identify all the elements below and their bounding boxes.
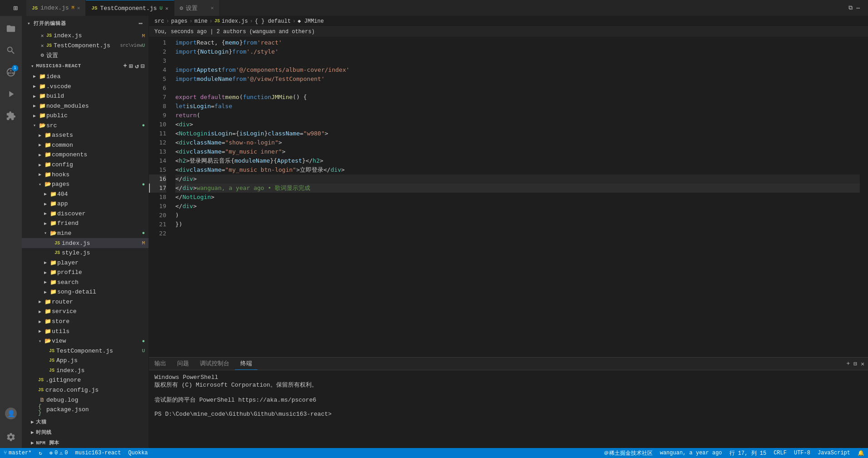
status-sync[interactable]: ↻ [35, 448, 45, 458]
status-attribution: ＠稀土掘金技术社区 [600, 448, 656, 458]
label-vscode: .vscode [46, 83, 149, 90]
tree-item-gitignore[interactable]: JS .gitignore [22, 375, 149, 385]
activity-extensions[interactable] [0, 105, 22, 127]
tab-index-js[interactable]: JS index.js M ✕ [26, 0, 86, 16]
npm-scripts-header[interactable]: ▶ NPM 脚本 [22, 438, 149, 448]
tree-item-assets[interactable]: ▶ 📁 assets [22, 130, 149, 140]
status-branch[interactable]: ⑂ master* [0, 448, 35, 458]
tree-item-mine[interactable]: ▾ 📂 mine ● [22, 229, 149, 239]
activity-avatar[interactable]: 👤 [0, 403, 22, 424]
split-editor-icon[interactable]: ⧉ [848, 5, 853, 11]
tree-item-store[interactable]: ▶ 📁 store [22, 317, 149, 327]
new-folder-icon[interactable]: ⊞ [129, 62, 133, 70]
tree-item-craco[interactable]: JS craco.config.js [22, 385, 149, 395]
terminal-tab-problems[interactable]: 问题 [172, 358, 194, 370]
tab-test-component[interactable]: JS TestComponent.js U ✕ [86, 0, 174, 16]
tree-item-index-view[interactable]: JS index.js [22, 366, 149, 376]
activity-run[interactable] [0, 83, 22, 105]
breadcrumb-indexjs[interactable]: index.js [222, 18, 248, 25]
activity-explorer[interactable] [0, 18, 22, 40]
label-package-json: package.json [46, 406, 149, 413]
shi-jian-xian-header[interactable]: ▶ 时间线 [22, 427, 149, 438]
project-root-header[interactable]: ▾ MUSIC163-REACT + ⊞ ↺ ⊟ [22, 60, 149, 72]
terminal-content[interactable]: Windows PowerShell 版权所有 (C) Microsoft Co… [149, 370, 868, 448]
refresh-icon[interactable]: ↺ [135, 62, 139, 70]
terminal-tab-debug[interactable]: 调试控制台 [194, 358, 235, 370]
collapse-icon[interactable]: ⊟ [141, 62, 145, 70]
activity-search[interactable] [0, 40, 22, 61]
tree-item-build[interactable]: ▶ 📁 build [22, 91, 149, 101]
status-project[interactable]: music163-react [72, 448, 125, 458]
tree-item-idea[interactable]: ▶ 📁 idea [22, 72, 149, 82]
sep3: › [209, 18, 213, 25]
folder-icon-store: 📁 [44, 318, 52, 325]
tree-item-config[interactable]: ▶ 📁 config [22, 160, 149, 170]
tree-item-song-detail[interactable]: ▶ 📁 song-detail [22, 287, 149, 297]
breadcrumb-pages[interactable]: pages [171, 18, 188, 25]
more-actions-icon[interactable]: ⋯ [856, 5, 860, 12]
status-encoding[interactable]: UTF-8 [790, 448, 814, 458]
da-mao-header[interactable]: ▶ 大猫 [22, 417, 149, 427]
activity-source-control[interactable]: 1 [0, 61, 22, 83]
tree-item-node-modules[interactable]: ▶ 📁 node_modules [22, 101, 149, 111]
status-errors[interactable]: ⊗ 0 ⚠ 0 [46, 448, 72, 458]
tab-close-button-2[interactable]: ✕ [165, 5, 169, 11]
tree-item-profile[interactable]: ▶ 📁 profile [22, 268, 149, 278]
activity-settings[interactable] [0, 426, 22, 448]
breadcrumb-jmmine[interactable]: ◆ JMMine [298, 18, 324, 25]
status-position[interactable]: 行 17, 列 15 [726, 448, 770, 458]
status-crlf[interactable]: CRLF [770, 448, 790, 458]
status-notifications[interactable]: 🔔 [854, 448, 868, 458]
code-content: import React, { memo } from 'react' impo… [172, 37, 860, 357]
tree-item-view[interactable]: ▾ 📂 view ● [22, 336, 149, 346]
open-file-index-js[interactable]: ✕ JS index.js M [22, 31, 149, 41]
tree-item-pages[interactable]: ▾ 📂 pages ● [22, 179, 149, 189]
terminal-tab-output[interactable]: 输出 [149, 358, 172, 370]
tree-item-router[interactable]: ▶ 📁 router [22, 297, 149, 307]
code-line-16: </div> [175, 174, 860, 184]
tree-item-components[interactable]: ▶ 📁 components [22, 150, 149, 160]
code-line-1: import React, { memo } from 'react' [175, 38, 860, 47]
tree-item-public[interactable]: ▶ 📁 public [22, 111, 149, 121]
tree-item-service[interactable]: ▶ 📁 service [22, 307, 149, 317]
breadcrumb-default[interactable]: { } default [255, 18, 291, 25]
tab-unsaved-badge: U [159, 5, 163, 11]
tree-item-package-json[interactable]: { } package.json [22, 405, 149, 415]
tree-item-hooks[interactable]: ▶ 📁 hooks [22, 169, 149, 179]
tree-item-friend[interactable]: ▶ 📁 friend [22, 219, 149, 229]
tree-item-app[interactable]: ▶ 📁 app [22, 199, 149, 209]
tree-item-search[interactable]: ▶ 📁 search [22, 278, 149, 288]
tree-item-mine-style[interactable]: JS style.js [22, 248, 149, 258]
terminal-tab-terminal[interactable]: 终端 [235, 358, 258, 370]
open-file-test-component[interactable]: ✕ JS TestComponent.js src\view U [22, 41, 149, 51]
tab-close-button[interactable]: ✕ [77, 5, 80, 11]
arrow-utils: ▶ [36, 329, 44, 334]
terminal-add-icon[interactable]: + [847, 360, 850, 367]
status-language[interactable]: JavaScript [814, 448, 854, 458]
status-quokka[interactable]: Quokka [124, 448, 151, 458]
tree-item-app-js[interactable]: JS App.js [22, 356, 149, 366]
js-icon-2: JS [46, 43, 52, 48]
tree-item-discover[interactable]: ▶ 📁 discover [22, 209, 149, 219]
tab-close-button-3[interactable]: ✕ [211, 5, 214, 11]
tab-settings[interactable]: ⚙ 设置 ✕ [174, 0, 220, 16]
tree-item-404[interactable]: ▶ 📁 404 [22, 189, 149, 199]
tree-item-src[interactable]: ▾ 📂 src ● [22, 121, 149, 131]
label-hooks: hooks [52, 171, 149, 178]
breadcrumb-src[interactable]: src [154, 18, 164, 25]
terminal-split-icon[interactable]: ⊟ [853, 360, 857, 368]
tree-item-test-component-view[interactable]: JS TestComponent.js U [22, 346, 149, 356]
tree-item-common[interactable]: ▶ 📁 common [22, 140, 149, 150]
tree-item-vscode[interactable]: ▶ 📁 .vscode [22, 81, 149, 91]
terminal-close-icon[interactable]: ✕ [861, 360, 864, 368]
source-control-badge: 1 [12, 65, 18, 71]
tree-item-mine-index[interactable]: JS index.js M [22, 238, 149, 248]
tree-item-player[interactable]: ▶ 📁 player [22, 258, 149, 268]
open-editors-menu[interactable]: ⋯ [139, 20, 143, 27]
settings-item[interactable]: ⚙ 设置 [22, 50, 149, 60]
breadcrumb-mine[interactable]: mine [194, 18, 208, 25]
mine-dot-badge: ● [142, 230, 145, 236]
tree-item-utils[interactable]: ▶ 📁 utils [22, 326, 149, 336]
new-file-icon[interactable]: + [123, 62, 127, 70]
encoding: UTF-8 [794, 450, 810, 456]
